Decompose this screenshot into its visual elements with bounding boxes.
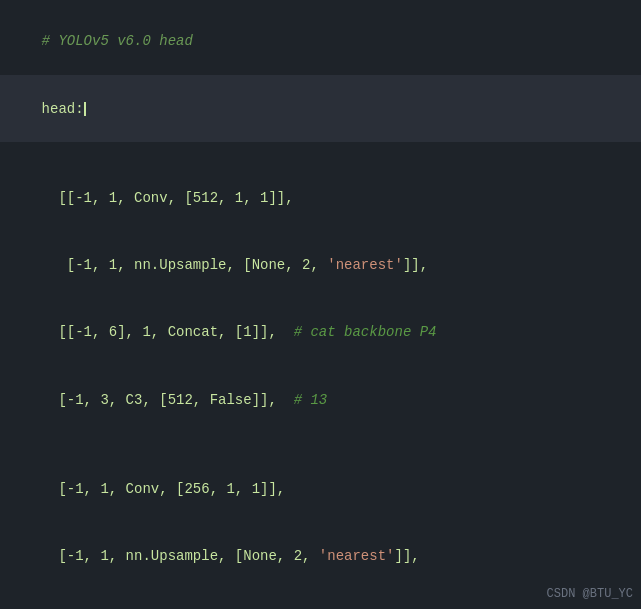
cursor [84, 102, 86, 116]
code-line-5: [-1, 1, Conv, [256, 1, 1]], [0, 456, 641, 523]
code-line-7: [[-1, 4], 1, Concat, [1]], # cat backbon… [0, 590, 641, 609]
blank-line-2 [0, 433, 641, 455]
blank-line-1 [0, 142, 641, 164]
code-line-3: [[-1, 6], 1, Concat, [1]], # cat backbon… [0, 299, 641, 366]
code-editor: # YOLOv5 v6.0 head head: [[-1, 1, Conv, … [0, 0, 641, 609]
watermark: CSDN @BTU_YC [547, 587, 633, 601]
comment-text: # YOLOv5 v6.0 head [42, 33, 193, 49]
code-line-4: [-1, 3, C3, [512, False]], # 13 [0, 366, 641, 433]
line-comment-header: # YOLOv5 v6.0 head [0, 8, 641, 75]
code-line-1: [[-1, 1, Conv, [512, 1, 1]], [0, 165, 641, 232]
code-line-2: [-1, 1, nn.Upsample, [None, 2, 'nearest'… [0, 232, 641, 299]
head-keyword: head: [42, 101, 84, 117]
line-head-label: head: [0, 75, 641, 142]
code-line-6: [-1, 1, nn.Upsample, [None, 2, 'nearest'… [0, 523, 641, 590]
